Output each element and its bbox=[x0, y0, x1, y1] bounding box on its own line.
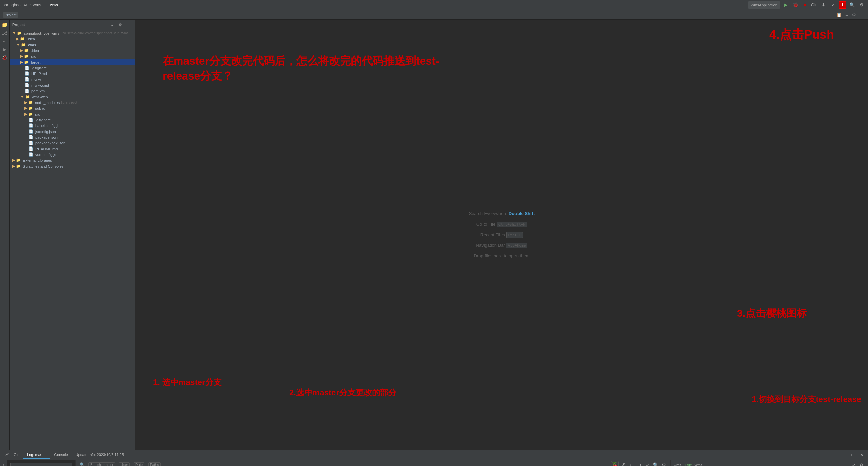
expand-icon[interactable]: ⤢ bbox=[644, 461, 651, 466]
filter-paths[interactable]: Paths bbox=[148, 462, 161, 466]
panel-minimize[interactable]: − bbox=[840, 451, 848, 459]
project-title: springboot_vue_wms bbox=[3, 3, 41, 7]
filter-branch[interactable]: Branch: master bbox=[88, 462, 115, 466]
right-header-1file: 1 file bbox=[684, 463, 692, 466]
filter-icon[interactable]: 🔍 bbox=[78, 461, 86, 466]
panel-close[interactable]: ✕ bbox=[858, 451, 865, 459]
commits-icon-bar: 🍒 ↺ ↩ ↪ ⤢ 🔍 ⚙ bbox=[611, 461, 668, 466]
tree-item-src3[interactable]: ▶ 📁 src bbox=[10, 111, 135, 117]
tree-item-mvnw[interactable]: 📄 mvnw bbox=[10, 76, 135, 82]
tree-item-gitignore[interactable]: 📄 .gitignore bbox=[10, 65, 135, 71]
tab-update-info[interactable]: Update Info: 2023/10/6 11:23 bbox=[72, 451, 128, 459]
tree-item-mvnwcmd[interactable]: 📄 mvnw.cmd bbox=[10, 82, 135, 88]
settings-button[interactable]: ⚙ bbox=[858, 1, 865, 9]
refresh-icon[interactable]: ↺ bbox=[619, 461, 627, 466]
bottom-tabs: ⎇ Git: Log: master Console Update Info: … bbox=[0, 450, 868, 460]
hint-nav-shortcut: Alt+Home bbox=[506, 243, 527, 248]
tree-item-nodemodules[interactable]: ▶ 📁 node_modules library root bbox=[10, 100, 135, 105]
cherry-pick-icon[interactable]: 🍒 bbox=[611, 461, 619, 466]
hint-goto-file: Go to File Ctrl+Shift+N bbox=[476, 222, 527, 227]
tree-item-idea[interactable]: ▶ 📁 .idea bbox=[10, 36, 135, 42]
git-action1[interactable]: ↑ bbox=[0, 461, 7, 466]
tree-item-wmsweb[interactable]: ▼ 📁 wms-web bbox=[10, 94, 135, 100]
filter-user[interactable]: User bbox=[119, 462, 130, 466]
toolbar-icon2[interactable]: ≡ bbox=[843, 11, 850, 19]
folder-icon-idea2: ▶ 📁 bbox=[20, 48, 29, 53]
debug-button[interactable]: 🐞 bbox=[792, 1, 799, 9]
tree-item-pom[interactable]: 📄 pom.xml bbox=[10, 88, 135, 94]
tree-item-package[interactable]: 📄 package.json bbox=[10, 134, 135, 140]
tree-icon2[interactable]: ⚙ bbox=[117, 21, 124, 29]
tree-item-gitignore2[interactable]: 📄 .gitignore bbox=[10, 117, 135, 123]
right-settings-icon[interactable]: ⚙ bbox=[858, 461, 865, 466]
toolbar-icon3[interactable]: ⚙ bbox=[850, 11, 858, 19]
tree-icon3[interactable]: − bbox=[125, 21, 132, 29]
right-expand-icon[interactable]: ⤢ bbox=[850, 461, 857, 466]
tree-label-readme: README.md bbox=[35, 147, 58, 151]
right-header-wms: wms bbox=[674, 463, 682, 466]
folder-icon-public: ▶ 📁 bbox=[24, 106, 33, 110]
folder-icon: ▼ 📁 bbox=[12, 31, 22, 35]
tree-label-wmsweb: wms-web bbox=[32, 95, 48, 99]
search-commits-icon[interactable]: 🔍 bbox=[652, 461, 659, 466]
folder-icon-target: ▶ 📁 bbox=[20, 60, 29, 64]
git-commit-button[interactable]: ✓ bbox=[829, 1, 837, 9]
search-button[interactable]: 🔍 bbox=[848, 1, 856, 9]
title-bar: springboot_vue_wms wms WmsApplication ▶ … bbox=[0, 0, 868, 10]
file-icon-readme: 📄 bbox=[29, 146, 33, 151]
tab-wms[interactable]: wms bbox=[47, 2, 61, 8]
hint-drop-text: Drop files here to open them bbox=[474, 253, 529, 258]
git-panel-icon[interactable]: ⎇ bbox=[3, 451, 10, 459]
git-update-button[interactable]: ⬇ bbox=[820, 1, 827, 9]
hint-nav-text: Navigation Bar bbox=[476, 243, 506, 248]
tree-item-jsconfig[interactable]: 📄 jsconfig.json bbox=[10, 128, 135, 134]
tree-item-packagelock[interactable]: 📄 package-lock.json bbox=[10, 140, 135, 146]
folder-icon: ▶ 📁 bbox=[16, 37, 25, 41]
tree-item-babel[interactable]: 📄 babel.config.js bbox=[10, 123, 135, 128]
tree-item-wms[interactable]: ▼ 📁 wms bbox=[10, 42, 135, 48]
hint-recent-text: Recent Files bbox=[480, 232, 506, 237]
file-icon-package: 📄 bbox=[29, 135, 33, 139]
settings-commits-icon[interactable]: ⚙ bbox=[660, 461, 668, 466]
git-push-button[interactable]: ⬆ bbox=[839, 1, 846, 9]
tree-icon1[interactable]: ≡ bbox=[109, 21, 116, 29]
run-config-label[interactable]: WmsApplication bbox=[748, 1, 780, 9]
tab-console[interactable]: Console bbox=[51, 451, 71, 459]
tree-item-vueconfig[interactable]: 📄 vue.config.js bbox=[10, 152, 135, 157]
tree-item-readme[interactable]: 📄 README.md bbox=[10, 146, 135, 152]
filter-date[interactable]: Date bbox=[134, 462, 144, 466]
tab-log[interactable]: Log: master bbox=[23, 451, 50, 459]
hint-search: Search Everywhere Double Shift bbox=[469, 211, 535, 216]
stop-button[interactable]: ■ bbox=[801, 1, 809, 9]
tab-git[interactable]: Git: bbox=[10, 451, 23, 459]
file-icon-help: 📄 bbox=[24, 71, 29, 76]
undo-icon[interactable]: ↩ bbox=[627, 461, 635, 466]
tree-item-idea2[interactable]: ▶ 📁 .idea bbox=[10, 48, 135, 53]
project-tree: Project ≡ ⚙ − ▼ 📁 springboot_vue_wms C:\… bbox=[10, 20, 135, 450]
run-icon[interactable]: ▶ bbox=[1, 46, 9, 53]
tree-root[interactable]: ▼ 📁 springboot_vue_wms C:\Users\alain\De… bbox=[10, 30, 135, 36]
run-button[interactable]: ▶ bbox=[782, 1, 790, 9]
side-icons: 📁 ⎇ ✓ ▶ 🐞 bbox=[0, 20, 10, 450]
tree-item-help[interactable]: 📄 HELP.md bbox=[10, 71, 135, 76]
tree-item-scratches[interactable]: ▶ 📁 Scratches and Consoles bbox=[10, 163, 135, 169]
toolbar-icon1[interactable]: 📋 bbox=[835, 11, 843, 19]
commits-filter-row: 🔍 Branch: master User Date Paths 🍒 ↺ ↩ ↪… bbox=[76, 460, 670, 466]
file-icon-git: 📄 bbox=[24, 66, 29, 70]
commit-icon[interactable]: ✓ bbox=[1, 37, 9, 45]
redo-icon[interactable]: ↪ bbox=[636, 461, 643, 466]
debug-icon[interactable]: 🐞 bbox=[1, 54, 9, 61]
branch-search-input[interactable] bbox=[10, 463, 72, 466]
toolbar: Project 📋 ≡ ⚙ − bbox=[0, 10, 868, 20]
toolbar-icon4[interactable]: − bbox=[858, 11, 865, 19]
panel-restore[interactable]: □ bbox=[849, 451, 856, 459]
project-dropdown[interactable]: Project bbox=[3, 12, 18, 18]
git-icon[interactable]: ⎇ bbox=[1, 29, 9, 37]
tree-item-target[interactable]: ▶ 📁 target bbox=[10, 59, 135, 65]
tree-item-external[interactable]: ▶ 📁 External Libraries bbox=[10, 157, 135, 163]
bottom-panel: ⎇ Git: Log: master Console Update Info: … bbox=[0, 450, 868, 466]
right-header-icons: ⤢ ⚙ bbox=[850, 461, 865, 466]
tree-item-public[interactable]: ▶ 📁 public bbox=[10, 105, 135, 111]
tree-item-src[interactable]: ▶ 📁 src bbox=[10, 53, 135, 59]
project-icon[interactable]: 📁 bbox=[1, 21, 9, 29]
